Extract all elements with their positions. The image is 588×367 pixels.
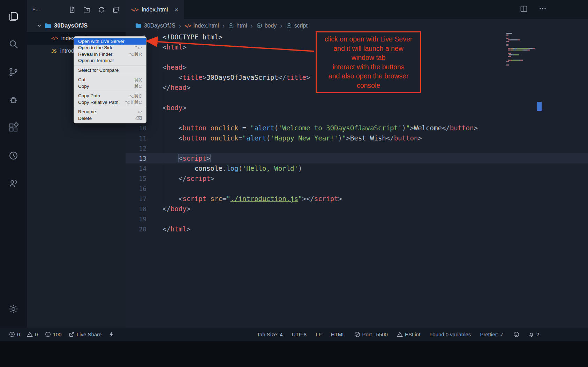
status-lf[interactable]: LF: [316, 331, 322, 337]
activity-run-debug-button[interactable]: [0, 86, 27, 114]
menu-separator: [74, 65, 146, 66]
menu-item-copy-relative-path[interactable]: Copy Relative Path⌥⇧⌘C: [74, 99, 146, 106]
activity-history-button[interactable]: [0, 142, 27, 169]
minimap[interactable]: [506, 33, 538, 66]
activity-extensions-button[interactable]: [0, 114, 27, 142]
line-content: <title>30DaysOfJavaScript</title>: [146, 72, 310, 83]
symbol-icon: [228, 23, 234, 29]
breadcrumb-label: 30DaysOfJS: [144, 23, 175, 29]
folder-row-30daysofjs[interactable]: 30DaysOfJS: [27, 19, 126, 32]
status-port-5500[interactable]: Port : 5500: [354, 331, 388, 337]
status-2[interactable]: 2: [528, 331, 539, 337]
folder-label: 30DaysOfJS: [54, 22, 88, 29]
settings-icon: [8, 304, 19, 314]
js-file-icon: JS: [51, 48, 57, 54]
line-number: 19: [126, 214, 146, 224]
activity-source-control-button[interactable]: [0, 58, 27, 86]
code-line-10[interactable]: 10 <button onclick = "alert('Welcome to …: [126, 123, 588, 133]
code-line-14[interactable]: 14 console.log('Hello, World'): [126, 163, 588, 174]
menu-item-copy-path[interactable]: Copy Path⌥⌘C: [74, 93, 146, 99]
menu-item-shortcut: ⌥⌘C: [128, 93, 142, 99]
menu-item-open-in-terminal[interactable]: Open in Terminal: [74, 58, 146, 64]
code-line-15[interactable]: 15 </script>: [126, 174, 588, 184]
minimap-line: [506, 33, 538, 34]
status-label: 100: [53, 331, 62, 337]
new-folder-icon[interactable]: [83, 6, 91, 14]
status-utf-8[interactable]: UTF-8: [292, 331, 307, 337]
code-line-17[interactable]: 17 <script src="./introduction.js"></scr…: [126, 194, 588, 204]
menu-item-copy[interactable]: Copy⌘C: [74, 83, 146, 90]
code-line-13[interactable]: 13 <script>: [126, 153, 588, 163]
menu-item-delete[interactable]: Delete⌫: [74, 115, 146, 122]
menu-item-reveal-in-finder[interactable]: Reveal in Finder⌥⌘R: [74, 51, 146, 58]
menu-item-label: Rename: [78, 109, 96, 114]
status-found-0-variables[interactable]: Found 0 variables: [429, 331, 471, 337]
line-content: [146, 143, 163, 153]
activity-bar: [0, 0, 27, 328]
status-tab-size-4[interactable]: Tab Size: 4: [257, 331, 282, 337]
code-line-18[interactable]: 18</body>: [126, 204, 588, 214]
breadcrumb-item-30daysofjs[interactable]: 30DaysOfJS: [135, 23, 175, 29]
line-content: </head>: [146, 83, 190, 93]
status-0[interactable]: 0: [9, 331, 20, 337]
activity-explorer-button[interactable]: [0, 2, 27, 30]
minimap-line: [506, 48, 538, 49]
line-content: <head>: [146, 62, 187, 72]
activity-settings-button[interactable]: [0, 295, 27, 323]
status-100[interactable]: 100: [45, 331, 62, 337]
explorer-icon: [8, 11, 19, 22]
menu-item-cut[interactable]: Cut⌘X: [74, 77, 146, 83]
breadcrumb-item-body[interactable]: body: [256, 23, 277, 29]
menu-item-rename[interactable]: Rename↩: [74, 109, 146, 115]
breadcrumb-item-index-html[interactable]: </>index.html: [184, 23, 219, 29]
minimap-line: [506, 38, 538, 39]
breadcrumb-separator: ›: [179, 22, 181, 30]
menu-item-open-to-the-side[interactable]: Open to the Side⌃↩: [74, 45, 146, 51]
status-0[interactable]: 0: [27, 331, 38, 337]
status-smiley[interactable]: [513, 331, 519, 337]
line-number: 14: [126, 163, 146, 174]
status-live-share[interactable]: Live Share: [69, 331, 102, 337]
code-line-20[interactable]: 20</html>: [126, 224, 588, 234]
line-number: 17: [126, 194, 146, 204]
tab-index-html[interactable]: </> index.html ×: [126, 0, 184, 19]
error-icon: [9, 331, 15, 337]
menu-item-shortcut: ⌘C: [134, 83, 142, 89]
code-line-8[interactable]: 8<body>: [126, 103, 588, 113]
minimap-line: [506, 54, 538, 55]
status-bolt[interactable]: [108, 331, 114, 337]
status-prettier[interactable]: Prettier: ✓: [480, 331, 504, 338]
activity-search-button[interactable]: [0, 30, 27, 58]
status-label: Found 0 variables: [429, 331, 471, 337]
line-content: <script>: [146, 153, 210, 163]
extensions-icon: [8, 122, 19, 133]
minimap-line: [506, 35, 538, 36]
code-line-19[interactable]: 19: [126, 214, 588, 224]
minimap-line: [506, 49, 538, 51]
split-editor-icon[interactable]: [520, 5, 528, 13]
annotation-line: window tab: [318, 53, 419, 62]
more-actions-icon[interactable]: [538, 5, 547, 13]
code-line-16[interactable]: 16: [126, 184, 588, 194]
new-file-icon[interactable]: [68, 6, 76, 14]
code-line-11[interactable]: 11 <button onclick="alert('Happy New Yea…: [126, 133, 588, 143]
menu-separator: [74, 91, 146, 91]
code-line-12[interactable]: 12: [126, 143, 588, 153]
status-html[interactable]: HTML: [331, 331, 345, 337]
breadcrumb-item-html[interactable]: html: [228, 23, 247, 29]
status-label: 2: [536, 331, 539, 337]
source-control-icon: [8, 67, 19, 77]
activity-live-share-button[interactable]: [0, 169, 27, 197]
minimap-line: [506, 53, 538, 54]
folder-icon: [135, 23, 142, 28]
breadcrumb-item-script[interactable]: script: [286, 23, 308, 29]
status-eslint[interactable]: ESLint: [397, 331, 420, 337]
line-content: <!DOCTYPE html>: [146, 32, 223, 42]
menu-item-open-with-live-server[interactable]: Open with Live Server: [74, 38, 146, 45]
menu-item-select-for-compare[interactable]: Select for Compare: [74, 67, 146, 74]
collapse-all-icon[interactable]: [112, 6, 120, 14]
code-line-7[interactable]: 7: [126, 93, 588, 103]
code-line-9[interactable]: 9: [126, 113, 588, 123]
refresh-icon[interactable]: [98, 6, 105, 14]
tab-close-icon[interactable]: ×: [174, 6, 179, 13]
